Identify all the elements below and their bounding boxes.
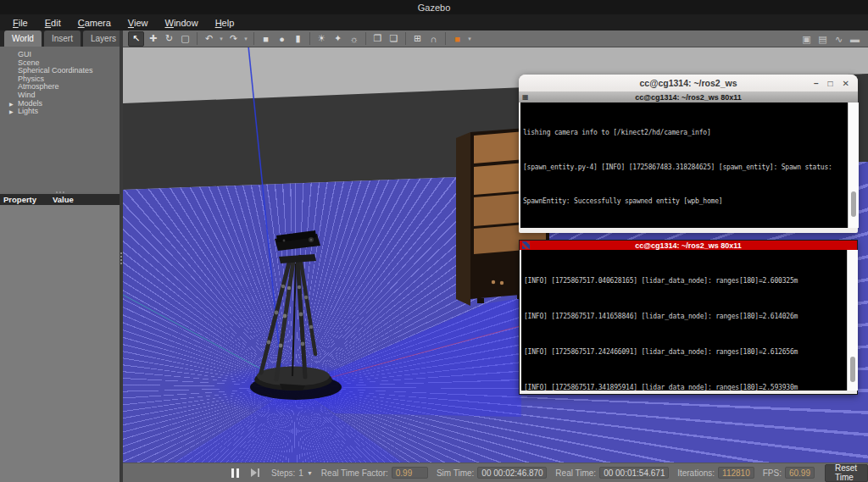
cylinder-icon[interactable]: ▮	[291, 32, 305, 46]
value-column-label: Value	[53, 195, 74, 204]
redo-history-icon[interactable]: ▾	[242, 32, 249, 46]
world-tree: GUI Scene Spherical Coordinates Physics …	[0, 47, 123, 192]
scrollbar-thumb[interactable]	[850, 357, 855, 382]
iterations-label: Iterations:	[677, 468, 715, 478]
log-line: [INFO] [1725867517.141658846] [lidar_dat…	[524, 311, 847, 323]
undo-icon[interactable]: ↶	[202, 32, 216, 46]
property-table-body	[0, 205, 120, 482]
menu-help[interactable]: Help	[208, 17, 242, 29]
simulation-statusbar: Steps: 1 ▼ Real Time Factor: 0.99 Sim Ti…	[123, 463, 868, 482]
terminal-window-1[interactable]: cc@cg1314: ~/ros2_ws – □ ✕ ▦ cc@cg1314: …	[519, 75, 858, 233]
left-panel: World Insert Layers GUI Scene Spherical …	[0, 30, 123, 482]
menu-file[interactable]: File	[5, 17, 36, 29]
left-panel-tabs: World Insert Layers	[0, 30, 123, 47]
log-line: SpawnEntity: Successfully spawned entity…	[523, 196, 848, 208]
tab-world[interactable]: World	[4, 30, 42, 47]
sphere-icon[interactable]: ●	[275, 32, 289, 46]
window-title: Gazebo	[418, 3, 451, 13]
rotate-icon[interactable]: ↻	[162, 32, 176, 46]
gazebo-toolbar: ↖ ✚ ↻ ▢ ↶ ▾ ↷ ▾ ■ ● ▮ ☀ ✦ ☼ ❐ ❏ ⊞ ∩ ■ ▾ …	[123, 30, 868, 47]
snap-icon[interactable]: ∩	[426, 32, 441, 46]
toolbar-separator	[405, 32, 406, 45]
align-icon[interactable]: ⊞	[410, 32, 425, 46]
terminal1-title: cc@cg1314: ~/ros2_ws	[639, 78, 737, 88]
view-angle-more-icon[interactable]: ▾	[466, 32, 473, 46]
terminal1-size-bar: ▦ cc@cg1314: ~/ros2_ws 80x11	[519, 91, 858, 102]
menu-camera[interactable]: Camera	[70, 17, 119, 29]
expander-icon[interactable]: ▶	[9, 108, 14, 117]
terminal-window-2[interactable]: cc@cg1314: ~/ros2_ws 80x11 [INFO] [17258…	[519, 240, 858, 395]
spot-light-icon[interactable]: ✦	[331, 32, 345, 46]
steps-value: 1	[298, 468, 303, 478]
scrollbar-thumb[interactable]	[851, 191, 856, 217]
video-record-icon[interactable]: ▬	[848, 32, 862, 46]
toolbar-separator	[445, 32, 446, 45]
terminal2-output[interactable]: [INFO] [1725867517.040628165] [lidar_dat…	[521, 250, 847, 391]
xterm-icon: ▦	[522, 93, 529, 101]
rtf-value: 0.99	[392, 467, 428, 479]
terminal1-scrollbar[interactable]	[848, 102, 859, 228]
terminal2-titlebar[interactable]: cc@cg1314: ~/ros2_ws 80x11	[520, 241, 857, 250]
fps-value: 60.99	[785, 467, 815, 479]
terminal1-size-title: cc@cg1314: ~/ros2_ws 80x11	[635, 93, 742, 102]
sim-time-label: Sim Time:	[437, 468, 474, 478]
redo-icon[interactable]: ↷	[226, 32, 241, 46]
minimize-icon[interactable]: –	[814, 79, 819, 88]
log-line: lishing camera info to [/kinect2/hd/came…	[523, 127, 848, 139]
point-light-icon[interactable]: ☀	[314, 32, 329, 46]
gazebo-application: Gazebo File Edit Camera View Window Help…	[0, 0, 868, 482]
sim-time-value: 00 00:02:46.870	[477, 467, 547, 479]
toolbar-separator	[365, 32, 366, 45]
property-column-label: Property	[3, 195, 53, 204]
tree-item-lights[interactable]: ▶Lights	[0, 108, 123, 116]
real-time-label: Real Time:	[555, 468, 596, 478]
log-line: [spawn_entity.py-4] [INFO] [1725867483.3…	[523, 162, 848, 174]
terminal1-output[interactable]: lishing camera info to [/kinect2/hd/came…	[520, 102, 848, 228]
menu-bar: File Edit Camera View Window Help	[0, 14, 868, 30]
toolbar-separator	[197, 32, 198, 45]
terminal2-scrollbar[interactable]	[847, 250, 858, 391]
xterm-icon	[522, 241, 530, 249]
property-table-header: Property Value	[0, 194, 120, 205]
window-titlebar: Gazebo	[0, 0, 868, 14]
log-line: [INFO] [1725867517.040628165] [lidar_dat…	[524, 275, 847, 287]
real-time-value: 00 00:01:54.671	[599, 467, 669, 479]
menu-view[interactable]: View	[120, 17, 156, 29]
log-line: [INFO] [1725867517.341895914] [lidar_dat…	[524, 382, 847, 391]
robot-model[interactable]	[250, 230, 342, 400]
iterations-value: 112810	[718, 467, 754, 479]
reset-time-button[interactable]: Reset Time	[825, 464, 868, 482]
steps-label: Steps:	[271, 468, 295, 478]
box-icon[interactable]: ■	[259, 32, 273, 46]
paste-icon[interactable]: ❏	[387, 32, 401, 46]
lidar-beam	[248, 47, 281, 372]
copy-icon[interactable]: ❐	[370, 32, 385, 46]
tab-insert[interactable]: Insert	[44, 30, 81, 47]
tab-layers[interactable]: Layers	[83, 30, 124, 47]
chevron-down-icon[interactable]: ▼	[307, 470, 313, 476]
toolbar-separator	[309, 32, 310, 45]
window-controls: – □ ✕	[814, 75, 849, 91]
log-line: [INFO] [1725867517.242466091] [lidar_dat…	[524, 346, 847, 358]
logging-icon[interactable]: ▤	[815, 32, 830, 46]
menu-window[interactable]: Window	[158, 17, 206, 29]
fps-label: FPS:	[763, 468, 782, 478]
view-angle-icon[interactable]: ■	[450, 32, 465, 46]
plot-icon[interactable]: ∿	[832, 32, 846, 46]
undo-history-icon[interactable]: ▾	[218, 32, 225, 46]
pause-button[interactable]	[231, 468, 239, 478]
terminal2-title: cc@cg1314: ~/ros2_ws 80x11	[635, 241, 742, 250]
directional-light-icon[interactable]: ☼	[347, 32, 361, 46]
steps-control[interactable]: Steps: 1 ▼	[271, 468, 313, 478]
screenshot-icon[interactable]: ▣	[799, 32, 814, 46]
step-button[interactable]	[251, 468, 259, 477]
rtf-label: Real Time Factor:	[321, 468, 388, 478]
maximize-icon[interactable]: □	[828, 79, 833, 88]
translate-icon[interactable]: ✚	[146, 32, 160, 46]
scale-icon[interactable]: ▢	[178, 32, 192, 46]
close-icon[interactable]: ✕	[843, 79, 849, 88]
toolbar-right-group: ▣ ▤ ∿ ▬	[798, 30, 863, 47]
terminal1-titlebar[interactable]: cc@cg1314: ~/ros2_ws – □ ✕	[519, 75, 858, 91]
select-arrow-icon[interactable]: ↖	[128, 31, 144, 47]
menu-edit[interactable]: Edit	[37, 17, 69, 29]
